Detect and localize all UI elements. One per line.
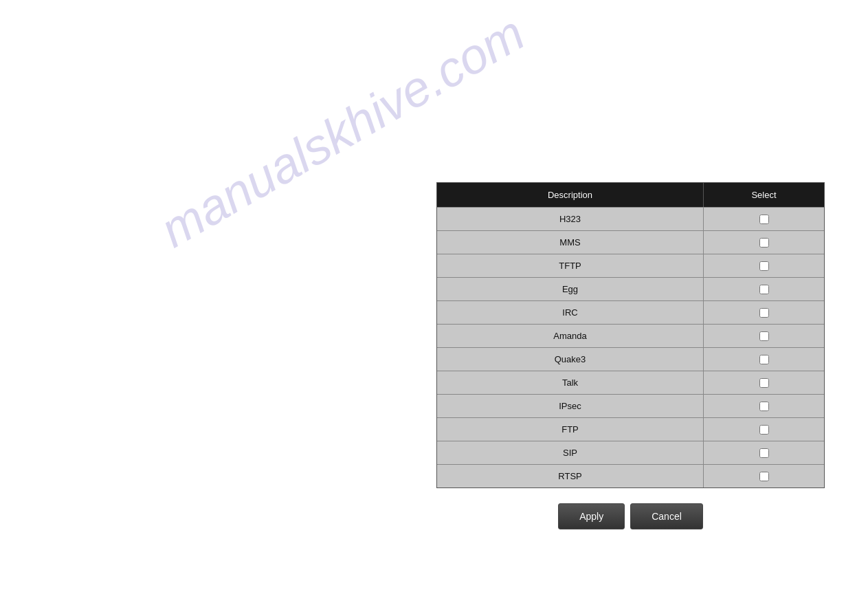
row-description-sip: SIP bbox=[437, 441, 704, 464]
row-description-ipsec: IPsec bbox=[437, 395, 704, 417]
apply-button[interactable]: Apply bbox=[558, 503, 625, 529]
checkbox-h323[interactable] bbox=[759, 215, 769, 224]
table-row: IPsec bbox=[437, 394, 824, 417]
row-description-ftp: FTP bbox=[437, 418, 704, 441]
table-row: SIP bbox=[437, 441, 824, 464]
row-description-irc: IRC bbox=[437, 301, 704, 324]
table-header: Description Select bbox=[437, 183, 824, 207]
checkbox-sip[interactable] bbox=[759, 448, 769, 458]
row-select-talk[interactable] bbox=[704, 371, 824, 394]
table-row: FTP bbox=[437, 417, 824, 441]
row-select-sip[interactable] bbox=[704, 441, 824, 464]
row-description-h323: H323 bbox=[437, 208, 704, 230]
table-row: Talk bbox=[437, 371, 824, 394]
checkbox-irc[interactable] bbox=[759, 308, 769, 318]
row-select-h323[interactable] bbox=[704, 208, 824, 230]
checkbox-ipsec[interactable] bbox=[759, 402, 769, 411]
row-select-tftp[interactable] bbox=[704, 254, 824, 277]
row-select-irc[interactable] bbox=[704, 301, 824, 324]
row-select-quake3[interactable] bbox=[704, 348, 824, 371]
table-row: TFTP bbox=[437, 254, 824, 277]
row-description-egg: Egg bbox=[437, 278, 704, 300]
row-description-quake3: Quake3 bbox=[437, 348, 704, 371]
row-description-amanda: Amanda bbox=[437, 325, 704, 347]
checkbox-talk[interactable] bbox=[759, 378, 769, 388]
table-row: Quake3 bbox=[437, 347, 824, 371]
table-row: IRC bbox=[437, 300, 824, 324]
dialog-container: Description Select H323MMSTFTPEggIRCAman… bbox=[436, 182, 825, 529]
row-select-mms[interactable] bbox=[704, 231, 824, 254]
row-select-ftp[interactable] bbox=[704, 418, 824, 441]
table-row: H323 bbox=[437, 207, 824, 230]
checkbox-egg[interactable] bbox=[759, 285, 769, 294]
row-select-amanda[interactable] bbox=[704, 325, 824, 347]
row-description-rtsp: RTSP bbox=[437, 465, 704, 487]
row-select-egg[interactable] bbox=[704, 278, 824, 300]
table-row: RTSP bbox=[437, 464, 824, 487]
table-row: Egg bbox=[437, 277, 824, 300]
table-row: Amanda bbox=[437, 324, 824, 347]
header-description: Description bbox=[437, 183, 704, 207]
row-select-rtsp[interactable] bbox=[704, 465, 824, 487]
checkbox-ftp[interactable] bbox=[759, 425, 769, 435]
table-body: H323MMSTFTPEggIRCAmandaQuake3TalkIPsecFT… bbox=[437, 207, 824, 487]
table-row: MMS bbox=[437, 230, 824, 254]
row-description-talk: Talk bbox=[437, 371, 704, 394]
button-row: Apply Cancel bbox=[436, 503, 825, 529]
checkbox-mms[interactable] bbox=[759, 238, 769, 248]
row-select-ipsec[interactable] bbox=[704, 395, 824, 417]
row-description-mms: MMS bbox=[437, 231, 704, 254]
checkbox-tftp[interactable] bbox=[759, 261, 769, 271]
protocol-table: Description Select H323MMSTFTPEggIRCAman… bbox=[436, 182, 825, 488]
checkbox-rtsp[interactable] bbox=[759, 472, 769, 481]
checkbox-quake3[interactable] bbox=[759, 355, 769, 364]
cancel-button[interactable]: Cancel bbox=[630, 503, 703, 529]
header-select: Select bbox=[704, 183, 824, 207]
row-description-tftp: TFTP bbox=[437, 254, 704, 277]
checkbox-amanda[interactable] bbox=[759, 331, 769, 341]
